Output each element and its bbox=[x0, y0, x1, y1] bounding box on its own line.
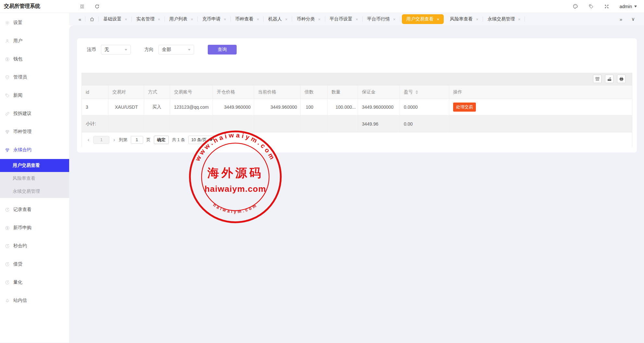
theme-palette-icon[interactable] bbox=[573, 4, 578, 9]
col-header-leverage: 倍数 bbox=[301, 85, 328, 99]
close-icon[interactable]: × bbox=[318, 17, 321, 21]
fiat-select[interactable]: 无 bbox=[101, 45, 131, 55]
tab-platform-coin-settings[interactable]: 平台币设置 × bbox=[325, 13, 363, 25]
tab-risk-rate[interactable]: 风险率查看 × bbox=[445, 13, 483, 25]
submenu-item-user-trades[interactable]: 用户交易查看 bbox=[0, 159, 69, 172]
tab-platform-coin-market[interactable]: 平台币行情 × bbox=[363, 13, 400, 25]
query-button[interactable]: 查询 bbox=[208, 45, 237, 55]
tab-robot[interactable]: 机器人 × bbox=[264, 13, 292, 25]
close-icon[interactable]: × bbox=[125, 17, 127, 21]
tabs-scroll-left-icon[interactable]: « bbox=[74, 13, 85, 25]
close-icon[interactable]: × bbox=[285, 17, 288, 21]
tab-user-trades-active[interactable]: 用户交易查看 × bbox=[402, 14, 444, 24]
page-number-input[interactable] bbox=[131, 136, 143, 144]
gem-icon bbox=[5, 129, 10, 134]
close-icon[interactable]: × bbox=[191, 17, 193, 21]
subtotal-empty bbox=[301, 116, 328, 132]
sort-icons[interactable] bbox=[415, 89, 418, 95]
tab-deposit-requests[interactable]: 充币申请 × bbox=[198, 13, 231, 25]
export-button[interactable] bbox=[605, 75, 613, 83]
sidebar-item-label: 新闻 bbox=[13, 92, 22, 98]
tab-perpetual-manage[interactable]: 永续交易管理 × bbox=[483, 13, 525, 25]
handle-trade-button[interactable]: 处理交易 bbox=[453, 103, 476, 112]
sidebar-item-lending[interactable]: 借贷 bbox=[0, 258, 69, 271]
submenu-item-risk-rate[interactable]: 风险率查看 bbox=[0, 172, 69, 185]
prev-page-icon[interactable]: ‹ bbox=[87, 137, 90, 143]
sidebar-item-coin-manage[interactable]: 币种管理 bbox=[0, 125, 69, 138]
user-menu[interactable]: admin bbox=[620, 4, 637, 9]
tab-bar-right-controls: » ∨ bbox=[620, 16, 644, 22]
top-header: 交易所管理系统 admi bbox=[0, 0, 644, 13]
tab-label: 用户交易查看 bbox=[406, 16, 434, 22]
gem-icon bbox=[5, 148, 10, 153]
table-toolbar bbox=[82, 73, 632, 85]
column-settings-button[interactable] bbox=[593, 75, 601, 83]
sidebar-item-news[interactable]: 新闻 bbox=[0, 89, 69, 102]
col-header-amount: 数量 bbox=[328, 85, 358, 99]
subtotal-empty bbox=[254, 116, 301, 132]
sidebar-item-messages[interactable]: 站内信 bbox=[0, 294, 69, 307]
close-icon[interactable]: × bbox=[257, 17, 259, 21]
watermark-arc-bottom-text: haiwaiym.com bbox=[212, 202, 259, 214]
cell-open-price: 3449.960000 bbox=[213, 99, 254, 115]
gear-icon bbox=[5, 20, 10, 25]
sidebar-item-users[interactable]: 用户 bbox=[0, 34, 69, 47]
subtotal-label: 小计: bbox=[82, 116, 108, 132]
current-page-button[interactable]: 1 bbox=[93, 136, 109, 144]
confirm-page-button[interactable]: 确定 bbox=[154, 136, 169, 144]
submenu-item-perpetual-manage[interactable]: 永续交易管理 bbox=[0, 185, 69, 198]
chevron-down-icon bbox=[125, 49, 127, 52]
print-button[interactable] bbox=[617, 75, 625, 83]
sidebar-item-feedback[interactable]: 投拆建议 bbox=[0, 107, 69, 120]
sidebar-item-wallet[interactable]: 钱包 bbox=[0, 53, 69, 66]
sidebar-item-label: 投拆建议 bbox=[13, 111, 31, 116]
tab-label: 平台币行情 bbox=[367, 16, 390, 22]
next-page-icon[interactable]: › bbox=[113, 137, 116, 143]
fullscreen-icon[interactable] bbox=[604, 4, 609, 9]
col-header-open-price: 开仓价格 bbox=[213, 85, 254, 99]
cell-id: 3 bbox=[82, 99, 108, 115]
app-title: 交易所管理系统 bbox=[0, 3, 69, 10]
close-icon[interactable]: × bbox=[518, 17, 521, 21]
content-card: 法币 无 方向 全部 查询 bbox=[77, 38, 637, 153]
sidebar-item-new-coin[interactable]: 新币申购 bbox=[0, 221, 69, 234]
shield-icon bbox=[5, 75, 10, 80]
subtotal-empty bbox=[144, 116, 170, 132]
page-size-select[interactable]: 10 条/页 bbox=[188, 136, 216, 144]
tab-kyc-manage[interactable]: 实名管理 × bbox=[132, 13, 165, 25]
tag-icon[interactable] bbox=[588, 4, 594, 9]
dollar-circle-icon bbox=[5, 57, 10, 62]
reload-icon[interactable] bbox=[94, 4, 100, 9]
col-header-current-price: 当前价格 bbox=[254, 85, 301, 99]
chevron-down-icon bbox=[209, 138, 213, 141]
sidebar-item-quant[interactable]: 量化 bbox=[0, 276, 69, 289]
direction-select[interactable]: 全部 bbox=[158, 45, 194, 55]
tab-user-list[interactable]: 用户列表 × bbox=[165, 13, 198, 25]
close-icon[interactable]: × bbox=[393, 17, 396, 21]
close-icon[interactable]: × bbox=[158, 17, 160, 21]
menu-fold-icon[interactable] bbox=[80, 4, 85, 9]
col-header-pnl-label: 盈亏 bbox=[404, 89, 413, 95]
tab-coin-view[interactable]: 币种查看 × bbox=[231, 13, 264, 25]
table-subtotal-row: 小计: 3449.96 0.00 bbox=[82, 116, 632, 132]
close-icon[interactable]: × bbox=[224, 17, 226, 21]
sidebar-item-records[interactable]: 记录查看 bbox=[0, 203, 69, 216]
home-tab-icon[interactable] bbox=[85, 13, 99, 25]
close-icon[interactable]: × bbox=[437, 17, 440, 21]
tab-coin-category[interactable]: 币种分类 × bbox=[292, 13, 325, 25]
tabs-scroll-right-icon[interactable]: » bbox=[620, 17, 622, 22]
sidebar-item-settings[interactable]: 设置 bbox=[0, 16, 69, 29]
sidebar-item-admins[interactable]: 管理员 bbox=[0, 71, 69, 84]
tab-basic-settings[interactable]: 基础设置 × bbox=[99, 13, 132, 25]
close-icon[interactable]: × bbox=[476, 17, 478, 21]
perpetual-submenu: 用户交易查看 风险率查看 永续交易管理 bbox=[0, 159, 69, 198]
close-icon[interactable]: × bbox=[356, 17, 358, 21]
tabs-more-icon[interactable]: ∨ bbox=[631, 16, 635, 22]
sidebar-item-second-contract[interactable]: 秒合约 bbox=[0, 239, 69, 252]
history-icon bbox=[5, 244, 10, 249]
sidebar-item-perpetual[interactable]: 永续合约 bbox=[0, 143, 69, 156]
total-count-label: 共 1 条 bbox=[172, 137, 185, 143]
tab-bar: « 基础设置 × 实名管理 × 用户列表 × 充币申请 × bbox=[69, 13, 644, 25]
tab-label: 永续交易管理 bbox=[488, 16, 515, 22]
tab-label: 币种查看 bbox=[235, 16, 254, 22]
